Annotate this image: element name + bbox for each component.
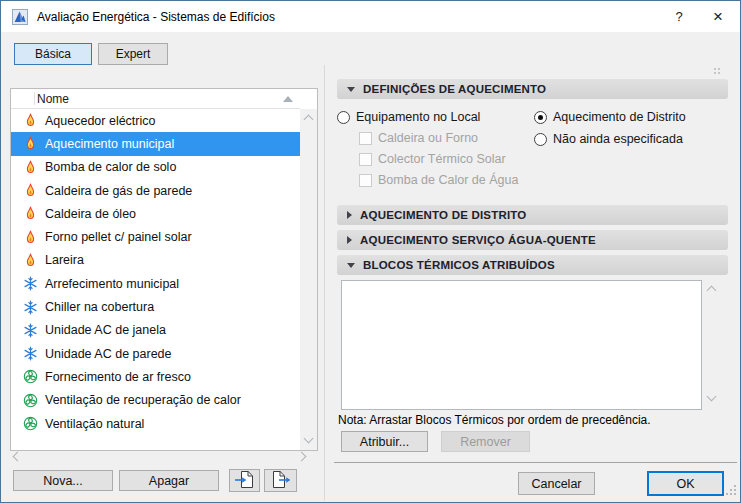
radio-aquecimento-de-distrito[interactable]: Aquecimento de Distrito (534, 109, 686, 125)
dialog-window: Avaliação Energética - Sistemas de Edifí… (0, 0, 741, 503)
cancel-button[interactable]: Cancelar (518, 472, 595, 495)
section-header-definicoes-de-aquecimento[interactable]: DEFINIÇÕES DE AQUECIMENTO (337, 79, 728, 99)
section-header-aquecimento-de-distrito[interactable]: AQUECIMENTO DE DISTRITO (337, 205, 728, 225)
flame-icon (23, 206, 39, 221)
flame-icon (23, 183, 39, 198)
radio-icon (534, 111, 547, 124)
list-item-label: Caldeira de gás de parede (45, 184, 192, 198)
flame-icon (23, 136, 39, 151)
title-bar[interactable]: Avaliação Energética - Sistemas de Edifí… (1, 1, 740, 32)
section-title: AQUECIMENTO SERVIÇO ÁGUA-QUENTE (360, 234, 596, 246)
tab-basica[interactable]: Básica (14, 43, 92, 65)
collapse-expanded-icon (347, 87, 355, 92)
checkbox-icon (359, 132, 372, 145)
list-item-label: Bomba de calor de solo (45, 160, 176, 174)
list-item[interactable]: Fornecimento de ar fresco (11, 365, 300, 388)
snowflake-icon (23, 276, 39, 291)
list-item[interactable]: Aquecimento municipal (11, 132, 300, 155)
radio-label: Aquecimento de Distrito (553, 110, 686, 124)
resize-grip[interactable] (726, 485, 737, 499)
list-item[interactable]: Forno pellet c/ painel solar (11, 225, 300, 248)
list-item[interactable]: Chiller na cobertura (11, 295, 300, 318)
column-header-nome[interactable]: Nome (11, 89, 300, 109)
assigned-blocks-list[interactable] (341, 280, 702, 410)
section-title: AQUECIMENTO DE DISTRITO (360, 209, 526, 221)
footer-separator (334, 462, 737, 463)
scroll-down-icon[interactable] (707, 392, 717, 402)
ok-button[interactable]: OK (647, 471, 724, 496)
snowflake-icon (23, 346, 39, 361)
fan-icon (23, 393, 39, 408)
list-item[interactable]: Ventilação natural (11, 412, 300, 435)
scroll-down-icon[interactable] (304, 434, 314, 444)
list-item-label: Aquecimento municipal (45, 137, 174, 151)
radio-equipamento-no-local[interactable]: Equipamento no Local (337, 109, 480, 125)
fan-icon (23, 369, 39, 384)
new-button[interactable]: Nova... (13, 470, 113, 491)
list-item[interactable]: Arrefecimento municipal (11, 272, 300, 295)
section-title: DEFINIÇÕES DE AQUECIMENTO (363, 83, 546, 95)
checkbox-row: Bomba de Calor de Água (359, 172, 518, 188)
export-button[interactable] (264, 469, 297, 492)
panel-grip (714, 63, 722, 77)
list-item-label: Ventilação de recuperação de calor (45, 393, 241, 407)
list-item-label: Unidade AC de janela (45, 323, 166, 337)
flame-icon (23, 230, 39, 245)
checkbox-icon (359, 153, 372, 166)
radio-nao-ainda-especificada[interactable]: Não ainda especificada (534, 131, 683, 147)
checkbox-label: Bomba de Calor de Água (378, 173, 518, 187)
systems-list: Nome Aquecedor eléctricoAquecimento muni… (10, 88, 318, 451)
scroll-up-icon[interactable] (707, 286, 717, 296)
export-icon (270, 470, 292, 492)
list-rows: Aquecedor eléctricoAquecimento municipal… (11, 109, 300, 450)
sort-ascending-icon (283, 96, 293, 102)
help-button[interactable]: ? (662, 1, 696, 32)
checkbox-label: Colector Térmico Solar (378, 152, 506, 166)
snowflake-icon (23, 323, 39, 338)
delete-button[interactable]: Apagar (119, 470, 219, 491)
list-item-label: Arrefecimento municipal (45, 277, 179, 291)
app-icon (12, 9, 28, 25)
window-title: Avaliação Energética - Sistemas de Edifí… (37, 10, 275, 24)
list-item[interactable]: Aquecedor eléctrico (11, 109, 300, 132)
scroll-up-icon[interactable] (304, 115, 314, 125)
import-button[interactable] (229, 469, 260, 492)
list-item[interactable]: Caldeira de gás de parede (11, 179, 300, 202)
list-item-label: Caldeira de óleo (45, 207, 136, 221)
section-header-blocos-termicos-atribuidos[interactable]: BLOCOS TÉRMICOS ATRIBUÍDOS (337, 255, 728, 275)
list-item[interactable]: Caldeira de óleo (11, 202, 300, 225)
checkbox-icon (359, 174, 372, 187)
column-divider (34, 92, 35, 105)
list-item[interactable]: Unidade AC de janela (11, 319, 300, 342)
flame-icon (23, 113, 39, 128)
radio-label: Equipamento no Local (356, 110, 480, 124)
snowflake-icon (23, 300, 39, 315)
list-vertical-scrollbar[interactable] (300, 109, 317, 450)
list-item[interactable]: Ventilação de recuperação de calor (11, 389, 300, 412)
checkbox-row: Colector Térmico Solar (359, 151, 506, 167)
list-item-label: Chiller na cobertura (45, 300, 154, 314)
radio-label: Não ainda especificada (553, 132, 683, 146)
list-item-label: Ventilação natural (45, 417, 144, 431)
radio-icon (534, 133, 547, 146)
list-item[interactable]: Lareira (11, 249, 300, 272)
scroll-right-icon[interactable] (297, 452, 307, 462)
close-button[interactable]: × (700, 1, 736, 32)
assign-button[interactable]: Atribuir... (341, 431, 428, 452)
collapse-collapsed-icon (347, 211, 352, 219)
list-item-label: Aquecedor eléctrico (45, 114, 155, 128)
list-item[interactable]: Bomba de calor de solo (11, 156, 300, 179)
fan-icon (23, 416, 39, 431)
list-item-label: Lareira (45, 253, 84, 267)
scroll-left-icon[interactable] (13, 452, 23, 462)
list-item-label: Forno pellet c/ painel solar (45, 230, 192, 244)
column-header-label: Nome (37, 92, 69, 106)
section-header-aquecimento-servico-agua-quente[interactable]: AQUECIMENTO SERVIÇO ÁGUA-QUENTE (337, 230, 728, 250)
list-item[interactable]: Unidade AC de parede (11, 342, 300, 365)
remove-button: Remover (441, 431, 530, 452)
section-title: BLOCOS TÉRMICOS ATRIBUÍDOS (363, 259, 555, 271)
tab-expert[interactable]: Expert (98, 43, 168, 65)
collapse-expanded-icon (347, 263, 355, 268)
panel-splitter (324, 65, 325, 501)
list-item-label: Fornecimento de ar fresco (45, 370, 191, 384)
